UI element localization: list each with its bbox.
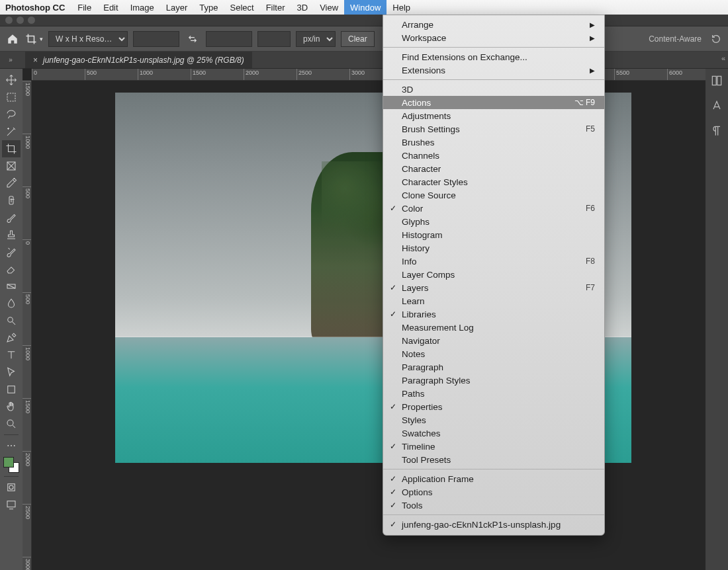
menuitem-adjustments[interactable]: Adjustments (383, 109, 604, 122)
foreground-color-swatch[interactable] (3, 457, 14, 468)
menuitem-brush-settings[interactable]: Brush SettingsF5 (383, 122, 604, 136)
hand-tool[interactable] (2, 398, 21, 415)
menuitem-navigator[interactable]: Navigator (383, 334, 604, 347)
frame-tool[interactable] (2, 157, 21, 175)
menuitem-brushes[interactable]: Brushes (383, 136, 604, 149)
menuitem-paths[interactable]: Paths (383, 387, 604, 400)
ruler-vertical: 150010005000500100015002000250030003500 (23, 81, 32, 570)
svg-rect-9 (7, 501, 15, 507)
menuitem-notes[interactable]: Notes (383, 347, 604, 360)
traffic-close-icon[interactable] (5, 17, 13, 24)
adjustments-panel-icon[interactable] (710, 74, 723, 87)
menu-view[interactable]: View (314, 0, 344, 15)
menuitem-layers[interactable]: ✓LayersF7 (383, 281, 604, 294)
menuitem-application-frame[interactable]: ✓Application Frame (383, 472, 604, 485)
zoom-tool[interactable] (2, 415, 21, 432)
edit-toolbar-button[interactable]: ⋯ (2, 437, 21, 454)
window-titlebar (0, 15, 728, 26)
menu-window[interactable]: Window (344, 0, 387, 15)
menuitem-paragraph-styles[interactable]: Paragraph Styles (383, 374, 604, 387)
window-menu-dropdown: Arrange▶Workspace▶Find Extensions on Exc… (383, 15, 605, 536)
menuitem-junfeng-gao-ceknn1ckp1s-unsplash-jpg[interactable]: ✓junfeng-gao-cEknN1ckP1s-unsplash.jpg (383, 518, 604, 531)
height-input[interactable] (206, 31, 252, 47)
magic-wand-tool[interactable] (2, 123, 21, 140)
document-tab[interactable]: × junfeng-gao-cEknN1ckP1s-unsplash.jpg @… (25, 52, 252, 68)
menuitem-clone-source[interactable]: Clone Source (383, 188, 604, 202)
menuitem-swatches[interactable]: Swatches (383, 427, 604, 440)
reset-icon[interactable] (709, 32, 723, 46)
menuitem-timeline[interactable]: ✓Timeline (383, 440, 604, 453)
screenmode-button[interactable] (2, 496, 21, 513)
menuitem-history[interactable]: History (383, 241, 604, 255)
pen-tool[interactable] (2, 329, 21, 346)
path-select-tool[interactable] (2, 364, 21, 381)
crop-tool-indicator[interactable]: ▾ (25, 33, 43, 45)
menu-3d[interactable]: 3D (291, 0, 314, 15)
crop-tool[interactable] (2, 140, 21, 157)
menuitem-learn[interactable]: Learn (383, 294, 604, 307)
eraser-tool[interactable] (2, 261, 21, 278)
home-button[interactable] (5, 32, 20, 46)
menuitem-extensions[interactable]: Extensions▶ (383, 63, 604, 77)
menuitem-workspace[interactable]: Workspace▶ (383, 31, 604, 44)
brush-tool[interactable] (2, 209, 21, 226)
menuitem-info[interactable]: InfoF8 (383, 255, 604, 268)
menu-select[interactable]: Select (224, 0, 259, 15)
menuitem-glyphs[interactable]: Glyphs (383, 215, 604, 228)
menuitem-actions[interactable]: Actions⌥ F9 (383, 96, 604, 109)
menuitem-properties[interactable]: ✓Properties (383, 400, 604, 413)
menuitem-arrange[interactable]: Arrange▶ (383, 18, 604, 31)
shape-tool[interactable] (2, 381, 21, 398)
menuitem-find-extensions-on-exchange-[interactable]: Find Extensions on Exchange... (383, 50, 604, 63)
blur-tool[interactable] (2, 295, 21, 312)
menuitem-tools[interactable]: ✓Tools (383, 499, 604, 512)
character-panel-icon[interactable] (710, 99, 723, 112)
menuitem-color[interactable]: ✓ColorF6 (383, 202, 604, 215)
menuitem-tool-presets[interactable]: Tool Presets (383, 453, 604, 466)
healing-tool[interactable] (2, 192, 21, 209)
marquee-tool[interactable] (2, 89, 21, 106)
menuitem-character[interactable]: Character (383, 162, 604, 175)
menuitem-libraries[interactable]: ✓Libraries (383, 307, 604, 321)
menu-layer[interactable]: Layer (160, 0, 194, 15)
color-swatches[interactable] (2, 456, 21, 474)
expand-panels-icon[interactable]: « (721, 54, 725, 62)
menu-type[interactable]: Type (193, 0, 224, 15)
clear-button[interactable]: Clear (341, 31, 375, 47)
menuitem-channels[interactable]: Channels (383, 149, 604, 162)
move-tool[interactable] (2, 71, 21, 89)
paragraph-panel-icon[interactable] (710, 124, 723, 138)
menuitem-layer-comps[interactable]: Layer Comps (383, 268, 604, 281)
menuitem-options[interactable]: ✓Options (383, 485, 604, 499)
swap-dimensions-button[interactable] (185, 31, 201, 47)
lasso-tool[interactable] (2, 106, 21, 123)
resolution-input[interactable] (257, 31, 291, 47)
svg-point-8 (9, 485, 13, 489)
menuitem-character-styles[interactable]: Character Styles (383, 175, 604, 188)
menu-file[interactable]: File (71, 0, 97, 15)
traffic-max-icon[interactable] (28, 17, 35, 24)
ratio-preset-select[interactable]: W x H x Reso… (48, 31, 128, 47)
menu-edit[interactable]: Edit (97, 0, 124, 15)
panel-fold-icon[interactable]: » (0, 53, 21, 66)
dodge-tool[interactable] (2, 312, 21, 329)
mac-menubar: Photoshop CC FileEditImageLayerTypeSelec… (0, 0, 728, 15)
traffic-min-icon[interactable] (17, 17, 24, 24)
menuitem-paragraph[interactable]: Paragraph (383, 360, 604, 374)
eyedropper-tool[interactable] (2, 175, 21, 192)
width-input[interactable] (133, 31, 179, 47)
gradient-tool[interactable] (2, 278, 21, 295)
menu-image[interactable]: Image (124, 0, 160, 15)
stamp-tool[interactable] (2, 226, 21, 243)
quickmask-button[interactable] (2, 479, 21, 496)
menuitem-styles[interactable]: Styles (383, 413, 604, 427)
close-tab-icon[interactable]: × (33, 56, 38, 65)
menuitem-measurement-log[interactable]: Measurement Log (383, 321, 604, 334)
menu-filter[interactable]: Filter (260, 0, 291, 15)
type-tool[interactable] (2, 346, 21, 364)
unit-select[interactable]: px/in (296, 31, 336, 47)
menuitem-histogram[interactable]: Histogram (383, 228, 604, 241)
menuitem-3d[interactable]: 3D (383, 83, 604, 96)
menu-help[interactable]: Help (387, 0, 416, 15)
history-brush-tool[interactable] (2, 243, 21, 261)
